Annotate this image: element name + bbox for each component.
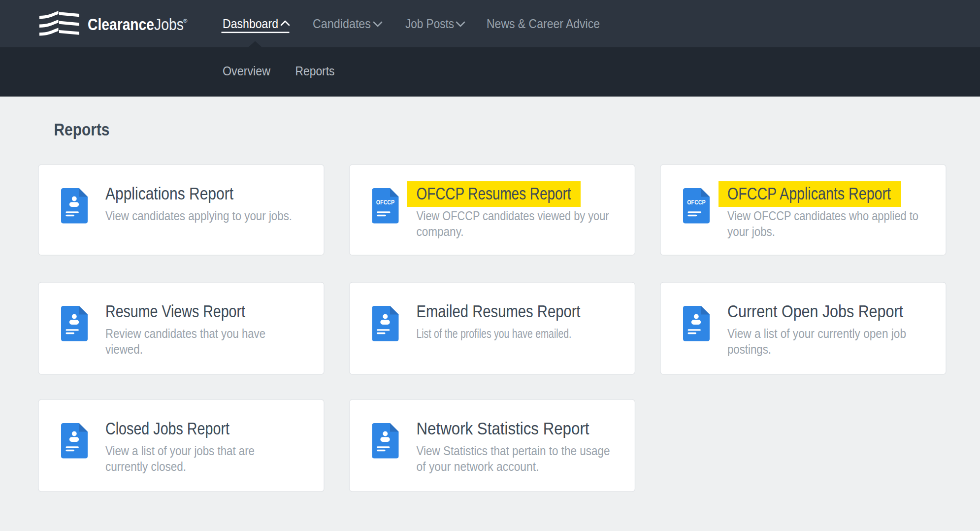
svg-text:News & Career Advice: News & Career Advice xyxy=(487,17,600,31)
svg-text:Closed Jobs Report: Closed Jobs Report xyxy=(105,419,229,438)
svg-text:View OFCCP candidates viewed b: View OFCCP candidates viewed by your xyxy=(417,209,609,223)
svg-text:Dashboard: Dashboard xyxy=(223,17,278,31)
svg-text:OFCCP Applicants Report: OFCCP Applicants Report xyxy=(727,184,891,203)
svg-text:Emailed Resumes Report: Emailed Resumes Report xyxy=(417,301,581,321)
svg-text:View Statistics that pertain t: View Statistics that pertain to the usag… xyxy=(417,444,610,458)
svg-text:View a list of your jobs that: View a list of your jobs that are xyxy=(105,444,255,458)
svg-text:OFCCP Resumes Report: OFCCP Resumes Report xyxy=(417,184,571,203)
svg-text:Clearance: Clearance xyxy=(88,15,154,33)
svg-text:Review candidates that you hav: Review candidates that you have xyxy=(105,327,265,340)
svg-text:View candidates applying to yo: View candidates applying to your jobs. xyxy=(105,209,292,223)
svg-text:Jobs: Jobs xyxy=(154,15,184,33)
svg-text:Overview: Overview xyxy=(223,64,271,78)
svg-text:Candidates: Candidates xyxy=(313,17,371,31)
svg-text:of your network account.: of your network account. xyxy=(417,460,539,473)
svg-text:Resume Views Report: Resume Views Report xyxy=(105,301,245,321)
svg-text:Reports: Reports xyxy=(295,64,335,78)
svg-text:currently closed.: currently closed. xyxy=(105,460,186,473)
svg-text:postings.: postings. xyxy=(727,342,771,356)
svg-text:View OFCCP candidates who appl: View OFCCP candidates who applied to xyxy=(727,209,918,223)
svg-text:your jobs.: your jobs. xyxy=(727,225,775,238)
svg-text:company.: company. xyxy=(417,225,464,238)
svg-text:®: ® xyxy=(183,18,188,24)
svg-text:Current Open Jobs Report: Current Open Jobs Report xyxy=(727,301,903,321)
svg-text:List of the profiles you have: List of the profiles you have emailed. xyxy=(417,327,572,340)
svg-text:View a list of your currently: View a list of your currently open job xyxy=(727,327,906,340)
svg-text:Reports: Reports xyxy=(54,120,110,139)
svg-text:Applications Report: Applications Report xyxy=(105,184,233,203)
svg-text:viewed.: viewed. xyxy=(105,342,143,356)
svg-text:Job Posts: Job Posts xyxy=(405,17,454,31)
svg-text:Network Statistics Report: Network Statistics Report xyxy=(417,419,589,438)
